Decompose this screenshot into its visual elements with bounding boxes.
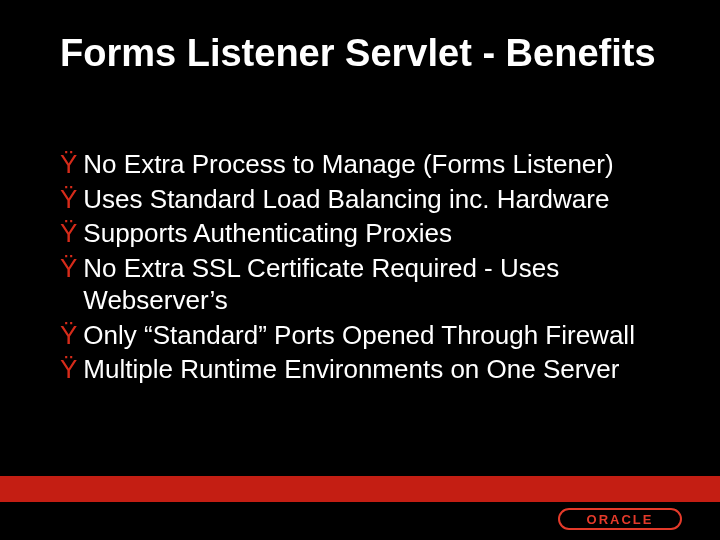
bullet-icon: Ÿ [60,319,77,352]
bullet-icon: Ÿ [60,217,77,250]
page-title: Forms Listener Servlet - Benefits [60,32,660,76]
list-item: Ÿ Supports Authenticating Proxies [60,217,680,250]
footer-accent-bar [0,476,720,502]
slide: Forms Listener Servlet - Benefits Ÿ No E… [0,0,720,540]
bullet-list: Ÿ No Extra Process to Manage (Forms List… [60,148,680,388]
list-item: Ÿ No Extra Process to Manage (Forms List… [60,148,680,181]
bullet-text: Multiple Runtime Environments on One Ser… [83,353,619,386]
bullet-icon: Ÿ [60,183,77,216]
list-item: Ÿ Multiple Runtime Environments on One S… [60,353,680,386]
oracle-logo-box: ORACLE [558,508,682,530]
list-item: Ÿ No Extra SSL Certificate Required - Us… [60,252,680,317]
oracle-logo: ORACLE [558,508,682,530]
bullet-icon: Ÿ [60,252,77,285]
bullet-icon: Ÿ [60,353,77,386]
bullet-text: Supports Authenticating Proxies [83,217,452,250]
bullet-icon: Ÿ [60,148,77,181]
list-item: Ÿ Only “Standard” Ports Opened Through F… [60,319,680,352]
list-item: Ÿ Uses Standard Load Balancing inc. Hard… [60,183,680,216]
bullet-text: Uses Standard Load Balancing inc. Hardwa… [83,183,609,216]
bullet-text: No Extra Process to Manage (Forms Listen… [83,148,613,181]
bullet-text: No Extra SSL Certificate Required - Uses… [83,252,680,317]
oracle-logo-text: ORACLE [587,512,654,527]
bullet-text: Only “Standard” Ports Opened Through Fir… [83,319,635,352]
